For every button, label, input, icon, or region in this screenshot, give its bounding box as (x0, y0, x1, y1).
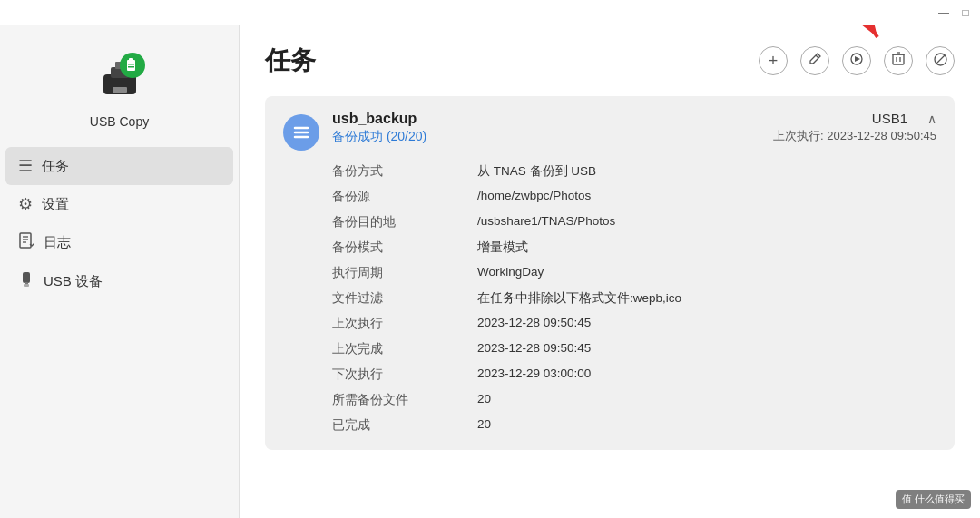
task-icon (283, 114, 319, 151)
app-icon (91, 49, 149, 107)
detail-label: 备份目的地 (332, 212, 477, 232)
detail-label: 下次执行 (332, 365, 477, 385)
detail-value: 2023-12-28 09:50:45 (477, 314, 936, 334)
toolbar: + (759, 46, 955, 75)
watermark: 值 什么值得买 (896, 490, 971, 509)
run-icon (850, 53, 863, 69)
sidebar-item-usb-devices-label: USB 设备 (44, 273, 103, 290)
sidebar-item-settings-label: 设置 (42, 196, 69, 213)
task-card: usb_backup 备份成功 (20/20) USB1 ∧ 上次执行: 202… (265, 96, 955, 450)
stop-task-button[interactable] (926, 46, 955, 75)
detail-label: 备份源 (332, 187, 477, 207)
add-icon: + (769, 52, 779, 71)
detail-value: WorkingDay (477, 263, 936, 283)
detail-label: 已完成 (332, 415, 477, 435)
detail-label: 上次完成 (332, 339, 477, 359)
title-bar: — □ (0, 0, 980, 25)
page-title: 任务 (265, 44, 316, 78)
app-logo: USB Copy (0, 34, 239, 147)
detail-label: 所需备份文件 (332, 390, 477, 410)
task-list: usb_backup 备份成功 (20/20) USB1 ∧ 上次执行: 202… (265, 96, 955, 450)
tasks-icon: ☰ (18, 156, 33, 176)
main-content: 任务 + (240, 25, 980, 518)
svg-rect-9 (20, 233, 31, 248)
svg-line-17 (816, 55, 818, 58)
detail-value: 增量模式 (477, 238, 936, 258)
task-last-exec: 上次执行: 2023-12-28 09:50:45 (773, 128, 936, 144)
task-name: usb_backup (332, 111, 426, 127)
task-header: usb_backup 备份成功 (20/20) USB1 ∧ 上次执行: 202… (283, 111, 936, 151)
svg-rect-6 (129, 58, 133, 62)
task-details: 备份方式从 TNAS 备份到 USB备份源/home/zwbpc/Photos备… (283, 161, 936, 435)
detail-value: /home/zwbpc/Photos (477, 187, 936, 207)
task-header-left: usb_backup 备份成功 (20/20) (283, 111, 426, 151)
sidebar-item-tasks-label: 任务 (42, 158, 69, 175)
svg-rect-8 (128, 66, 134, 68)
detail-value: 2023-12-28 09:50:45 (477, 339, 936, 359)
delete-icon (892, 52, 905, 70)
svg-rect-15 (24, 284, 29, 287)
detail-label: 上次执行 (332, 314, 477, 334)
app-container: USB Copy ☰ 任务 ⚙ 设置 日志 (0, 25, 980, 518)
detail-label: 备份方式 (332, 161, 477, 181)
main-header: 任务 + (265, 44, 955, 78)
stop-icon (934, 53, 947, 70)
run-task-button[interactable] (842, 46, 871, 75)
delete-task-button[interactable] (884, 46, 913, 75)
add-task-button[interactable]: + (759, 46, 788, 75)
maximize-button[interactable]: □ (958, 5, 973, 20)
detail-label: 备份模式 (332, 238, 477, 258)
app-name-label: USB Copy (90, 114, 149, 129)
sidebar-item-logs[interactable]: 日志 (0, 223, 239, 262)
svg-rect-3 (113, 87, 127, 93)
detail-value: 20 (477, 390, 936, 410)
collapse-button[interactable]: ∧ (927, 112, 936, 126)
svg-rect-20 (893, 54, 904, 64)
detail-value: 20 (477, 415, 936, 435)
sidebar-item-settings[interactable]: ⚙ 设置 (0, 185, 239, 223)
svg-marker-19 (855, 56, 860, 62)
detail-label: 执行周期 (332, 263, 477, 283)
usb-device-icon (18, 271, 34, 292)
edit-icon (808, 52, 822, 70)
task-name-group: usb_backup 备份成功 (20/20) (332, 111, 426, 145)
sidebar-item-usb-devices[interactable]: USB 设备 (0, 262, 239, 301)
sidebar-item-logs-label: 日志 (44, 234, 71, 251)
sidebar: USB Copy ☰ 任务 ⚙ 设置 日志 (0, 25, 240, 518)
task-meta-right: USB1 ∧ 上次执行: 2023-12-28 09:50:45 (773, 111, 936, 144)
svg-line-26 (936, 54, 945, 64)
task-status: 备份成功 (20/20) (332, 129, 426, 145)
detail-value: /usbshare1/TNAS/Photos (477, 212, 936, 232)
detail-value: 在任务中排除以下格式文件:wepb,ico (477, 288, 936, 308)
minimize-button[interactable]: — (936, 5, 951, 20)
edit-task-button[interactable] (800, 46, 829, 75)
detail-label: 文件过滤 (332, 288, 477, 308)
svg-rect-7 (128, 64, 134, 65)
sidebar-item-tasks[interactable]: ☰ 任务 (5, 147, 233, 185)
settings-icon: ⚙ (18, 194, 33, 214)
logs-icon (18, 232, 34, 253)
task-usb-label: USB1 (872, 111, 907, 126)
detail-value: 2023-12-29 03:00:00 (477, 365, 936, 385)
detail-value: 从 TNAS 备份到 USB (477, 161, 936, 181)
svg-rect-13 (23, 272, 30, 283)
